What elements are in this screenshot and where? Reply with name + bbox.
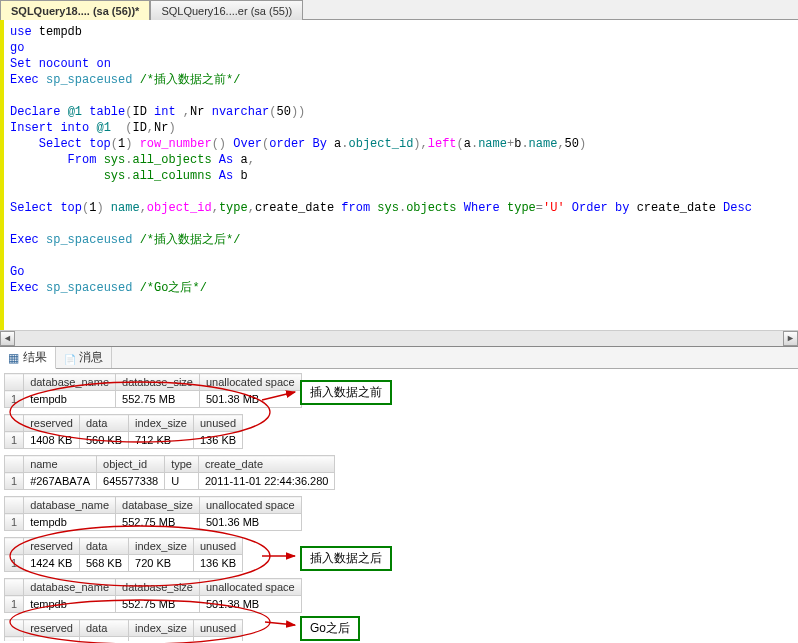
tab-results[interactable]: 结果 — [0, 347, 56, 369]
result-grid-6[interactable]: database_namedatabase_sizeunallocated sp… — [4, 578, 302, 613]
result-grid-7[interactable]: reserveddataindex_sizeunused 11408 KB560… — [4, 619, 243, 641]
tab-query18[interactable]: SQLQuery18.... (sa (56))* — [0, 0, 150, 20]
editor-scrollbar[interactable]: ◄ ► — [0, 330, 798, 347]
grid-icon — [8, 351, 20, 363]
scroll-right-icon[interactable]: ► — [783, 331, 798, 346]
result-grid-3[interactable]: nameobject_idtypecreate_date 1#267ABA7A6… — [4, 455, 335, 490]
annotation-go-after: Go之后 — [300, 616, 360, 641]
scroll-left-icon[interactable]: ◄ — [0, 331, 15, 346]
tab-messages[interactable]: 消息 — [56, 347, 112, 368]
tab-query16[interactable]: SQLQuery16....er (sa (55)) — [150, 0, 303, 20]
results-pane: database_namedatabase_sizeunallocated sp… — [0, 369, 798, 641]
message-icon — [64, 352, 76, 364]
annotation-after: 插入数据之后 — [300, 546, 392, 571]
tab-bar: SQLQuery18.... (sa (56))* SQLQuery16....… — [0, 0, 798, 20]
result-grid-5[interactable]: reserveddataindex_sizeunused 11424 KB568… — [4, 537, 243, 572]
result-grid-1[interactable]: database_namedatabase_sizeunallocated sp… — [4, 373, 302, 408]
result-grid-4[interactable]: database_namedatabase_sizeunallocated sp… — [4, 496, 302, 531]
annotation-before: 插入数据之前 — [300, 380, 392, 405]
result-grid-2[interactable]: reserveddataindex_sizeunused 11408 KB560… — [4, 414, 243, 449]
results-tabs: 结果 消息 — [0, 347, 798, 369]
sql-editor[interactable]: use tempdb go Set nocount on Exec sp_spa… — [0, 20, 798, 330]
